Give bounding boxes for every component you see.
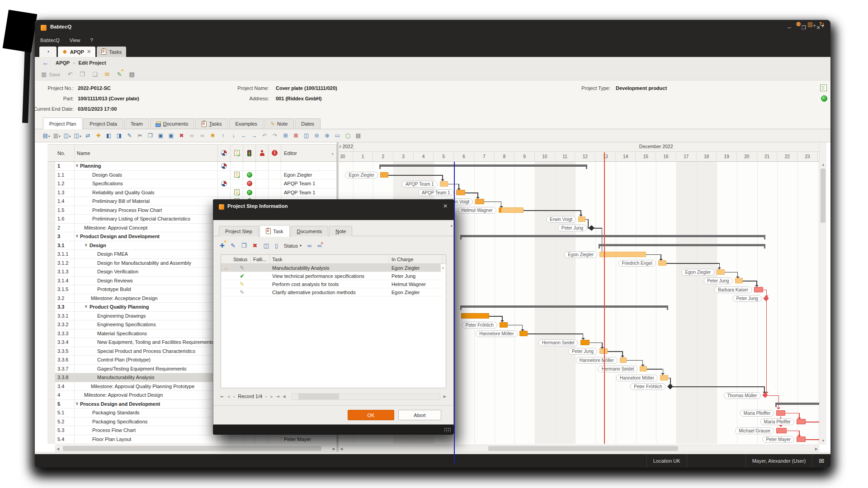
task-row-1[interactable]: 1∨Planning	[47, 162, 337, 171]
cut-icon[interactable]: ✂	[135, 132, 145, 139]
summary-bar[interactable]	[599, 244, 765, 246]
collapse-all-icon[interactable]: ⊠	[291, 132, 301, 139]
add-task-icon[interactable]: ✚	[220, 242, 225, 249]
undo-icon[interactable]: ↶	[259, 132, 270, 139]
alert-column-icon[interactable]: !	[272, 150, 278, 156]
print-icon[interactable]: ▤	[129, 71, 134, 78]
edit-task-icon[interactable]: ✎	[231, 242, 236, 249]
tab-examples[interactable]: Examples	[229, 118, 264, 129]
task-bar[interactable]	[620, 357, 627, 363]
dialog-tab-project-step[interactable]: Project Step	[219, 226, 259, 236]
task-bar[interactable]	[519, 331, 528, 336]
task-bar[interactable]	[500, 322, 508, 328]
menu-view[interactable]: View	[70, 38, 80, 43]
breadcrumb-section[interactable]: APQP	[56, 60, 70, 66]
dialog-column-task[interactable]: Task	[270, 255, 389, 264]
image-view-icon[interactable]: ◫▾	[72, 132, 83, 139]
zoom-out-icon[interactable]: ⊖	[311, 132, 322, 139]
minimize-button[interactable]: ─	[783, 23, 795, 33]
task-bar[interactable]	[461, 313, 490, 319]
tab-documents[interactable]: Documents	[150, 118, 195, 129]
dialog-task-row[interactable]: ✔View technical performance specificatio…	[221, 272, 441, 280]
dialog-task-row[interactable]: ✎Clarify alternative production methodsE…	[221, 288, 441, 296]
send-mail-icon[interactable]: ✉	[105, 71, 110, 78]
column-header-editor[interactable]: Editor	[281, 145, 337, 161]
form-icon[interactable]	[820, 84, 827, 91]
gallery-view-icon[interactable]: ◫▾	[62, 132, 72, 139]
move-up-icon[interactable]: ↑	[218, 132, 228, 139]
summary-bar[interactable]	[460, 235, 765, 237]
unlink-task-icon[interactable]: ∞	[317, 242, 321, 249]
move-down-icon[interactable]: ↓	[228, 132, 239, 139]
sync-icon[interactable]: ⇄	[83, 132, 93, 139]
copy-icon[interactable]: ❐	[145, 132, 156, 139]
task-bar[interactable]	[717, 269, 725, 275]
paste-icon[interactable]: ▣	[156, 132, 166, 139]
grid-horizontal-scrollbar[interactable]: ◀ ▶	[55, 445, 337, 452]
redo-icon[interactable]: ↷	[270, 132, 280, 139]
dialog-tab-task[interactable]: Task	[259, 225, 290, 237]
scroll-up-icon[interactable]: ▲	[821, 163, 825, 167]
scroll-down-icon[interactable]: ▼	[821, 439, 825, 443]
nav-scroll-right-icon[interactable]: ▶	[443, 394, 446, 399]
tab-team[interactable]: Team	[124, 118, 149, 129]
doc-tab-tasks[interactable]: Tasks	[97, 47, 126, 57]
nav-scroll-left-icon[interactable]: ◀	[283, 394, 285, 399]
dialog-column-status[interactable]: Status	[231, 255, 251, 264]
link-icon[interactable]: ∞	[187, 132, 197, 139]
menu-?[interactable]: ?	[90, 38, 93, 43]
back-icon[interactable]: ←	[42, 59, 49, 67]
dialog-task-row[interactable]: ✎Perform cost analysis for toolsHelmut W…	[221, 280, 441, 288]
unlink-icon[interactable]: ∞	[197, 132, 208, 139]
task-bar[interactable]	[475, 199, 484, 204]
responsible-column-icon[interactable]	[259, 150, 265, 156]
dialog-task-row[interactable]: →✎Manufacturability AnalysisEgon Ziegler	[221, 264, 441, 272]
team-icon[interactable]: ⚉	[796, 21, 801, 28]
column-header-name[interactable]: Name	[75, 145, 218, 161]
scroll-left-icon[interactable]: ◀	[57, 447, 59, 451]
status-view-icon[interactable]: ▥▾	[52, 132, 62, 139]
task-bar[interactable]	[599, 252, 646, 257]
tab-list-icon[interactable]: ▾	[821, 23, 824, 29]
move-left-icon[interactable]: ←	[239, 132, 249, 139]
scroll-left-icon[interactable]: ◀	[340, 447, 343, 451]
task-bar[interactable]	[776, 410, 785, 416]
abort-button[interactable]: Abort	[398, 410, 441, 420]
tab-project-data[interactable]: Project Data	[83, 118, 123, 129]
task-bar[interactable]	[578, 216, 585, 222]
delete-icon[interactable]: ✖	[176, 132, 187, 139]
add-step-icon[interactable]: ✚	[93, 132, 104, 139]
link-task-icon[interactable]: ∞	[307, 242, 311, 249]
form-column-icon[interactable]	[234, 150, 240, 156]
scroll-right-icon[interactable]: ▶	[333, 447, 335, 451]
fast-back-icon[interactable]: «	[227, 394, 230, 399]
column-header-no[interactable]: No.	[55, 145, 75, 161]
first-record-icon[interactable]: ⇤	[221, 394, 224, 399]
tab-note[interactable]: ✎Note	[264, 118, 294, 129]
chart-icon[interactable]: ▥	[807, 21, 813, 28]
menu-babtecq[interactable]: BabtecQ	[40, 38, 60, 43]
ok-button[interactable]: OK	[348, 410, 394, 420]
toolbar-overflow-icon[interactable]: ▾	[450, 224, 453, 228]
dialog-tab-note[interactable]: Note	[329, 226, 352, 236]
dialog-close-icon[interactable]: ✕	[443, 203, 448, 209]
fast-forward-icon[interactable]: »	[270, 394, 273, 399]
view-mode-icon[interactable]: ▤▾	[41, 132, 52, 139]
task-bar[interactable]	[456, 190, 465, 195]
prev-record-icon[interactable]: ‹	[233, 394, 235, 399]
gantt-vertical-scrollbar[interactable]: ▲ ▼	[819, 142, 826, 445]
traffic-light-column-icon[interactable]	[247, 150, 251, 156]
task-row-1.3[interactable]: 1.3Reliability and Quality GoalsAPQP Tea…	[47, 188, 337, 197]
fit-view-icon[interactable]: ▢	[343, 132, 353, 139]
task-bar[interactable]	[658, 260, 666, 266]
summary-bar[interactable]	[460, 305, 668, 308]
tab-tasks[interactable]: Tasks	[195, 118, 228, 129]
gantt-horizontal-scrollbar[interactable]: ◀ ▶	[339, 445, 819, 452]
home-tab[interactable]: ◔	[39, 47, 57, 57]
status-filter-button[interactable]: Status▾	[284, 243, 302, 249]
tab-dates[interactable]: Dates	[295, 118, 321, 129]
dialog-column-incharge[interactable]: In Charge	[389, 255, 443, 264]
task-row-1.1[interactable]: 1.1Design GoalsEgon Ziegler	[47, 171, 337, 180]
edit-step-icon[interactable]: ✎	[124, 132, 135, 139]
timescale-icon[interactable]: ▭	[332, 132, 343, 139]
